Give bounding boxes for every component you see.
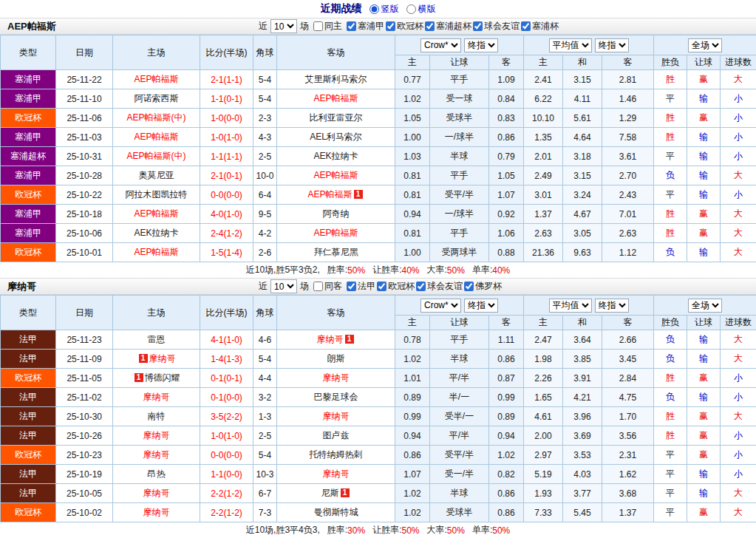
team-name: 图卢兹: [323, 430, 350, 440]
league-filter-法甲[interactable]: 法甲: [347, 280, 375, 293]
col-corner: 角球: [253, 35, 277, 70]
league-filter-group: 法甲欧冠杯球会友谊佛罗杯: [345, 280, 502, 293]
league-checkbox-input[interactable]: [347, 282, 356, 291]
result-outcome-cell: 平: [654, 484, 687, 503]
result-goals-cell: 大: [721, 350, 756, 369]
same-venue-checkbox[interactable]: 同客: [313, 280, 342, 293]
col-date: 日期: [56, 296, 113, 330]
odds2-draw-cell: 3.77: [563, 484, 602, 503]
vertical-radio-input[interactable]: [370, 4, 379, 14]
result-outcome-cell: 胜: [654, 407, 687, 426]
team-name: 摩纳哥: [143, 488, 170, 498]
away-team-cell: AEL利马索尔: [277, 128, 395, 147]
record-summary: 近10场,胜3平4负3,胜率:30%让胜率:50%大率:50%单率:50%: [0, 522, 756, 535]
league-checkbox-input[interactable]: [347, 21, 356, 31]
score-cell: 1-1(0-0): [200, 465, 253, 484]
league-filter-球会友谊[interactable]: 球会友谊: [416, 280, 463, 293]
team-name: AEP帕福斯: [307, 189, 352, 200]
col-odds2-home: 主: [524, 316, 563, 330]
odds1-handicap-cell: 半/一: [430, 388, 489, 407]
team-name: 奥莫尼亚: [139, 170, 174, 180]
col-date: 日期: [56, 35, 113, 70]
col-type: 类型: [1, 296, 56, 330]
match-row: 欧冠杯25-11-051博德闪耀0-1(0-1)4-4摩纳哥1.01平/半0.8…: [1, 369, 756, 388]
summary-part: 近10场,胜5平3负2,: [246, 264, 320, 276]
same-venue-checkbox[interactable]: 同主: [313, 20, 342, 33]
result-scope-select[interactable]: 全场: [688, 38, 722, 52]
odds2-away-cell: 2.66: [602, 330, 654, 350]
league-type-cell: 欧冠杯: [1, 369, 56, 388]
match-date-cell: 25-11-02: [56, 388, 113, 407]
league-filter-欧冠杯[interactable]: 欧冠杯: [377, 280, 415, 293]
odds1-handicap-cell: 平手: [430, 330, 489, 350]
result-handicap-cell: 输: [687, 484, 721, 503]
odds1-home-cell: 1.00: [395, 243, 430, 262]
odds2-source-select[interactable]: 平均值: [549, 299, 592, 313]
odds1-source-select[interactable]: Crow*: [420, 38, 461, 52]
league-filter-欧冠杯[interactable]: 欧冠杯: [386, 20, 423, 33]
league-checkbox-input[interactable]: [464, 282, 474, 291]
league-filter-佛罗杯[interactable]: 佛罗杯: [464, 280, 502, 293]
odds2-home-cell: 21.36: [524, 243, 563, 262]
match-row: 法甲25-11-02摩纳哥0-1(0-0)3-2巴黎足球会0.89半/一0.99…: [1, 388, 756, 407]
odds1-home-cell: 0.81: [395, 224, 430, 243]
match-date-cell: 25-11-22: [56, 70, 113, 89]
odds2-home-cell: 2.49: [524, 166, 563, 185]
league-filter-球会友谊[interactable]: 球会友谊: [473, 20, 520, 33]
home-team-cell: AEP帕福斯(中): [113, 147, 200, 166]
odds1-handicap-cell: 平/半: [430, 369, 489, 388]
score-cell: 1-1(1-1): [200, 147, 253, 166]
result-handicap-cell: 赢: [687, 446, 721, 465]
odds1-source-select[interactable]: Crow*: [420, 299, 461, 313]
league-checkbox-input[interactable]: [416, 282, 426, 291]
odds1-kind-select[interactable]: 终指: [464, 38, 498, 52]
summary-part: 胜率:: [327, 264, 347, 276]
summary-part: 50%: [401, 525, 419, 535]
match-count-select[interactable]: 10: [270, 279, 297, 293]
league-checkbox-input[interactable]: [377, 282, 386, 291]
league-type-cell: 法甲: [1, 388, 56, 407]
corner-cell: 5-4: [253, 70, 277, 89]
match-row: 法甲25-10-19昂热1-1(0-0)10-3摩纳哥1.07受一/半0.825…: [1, 465, 756, 484]
league-checkbox-input[interactable]: [425, 21, 435, 31]
odds2-away-cell: 2.81: [602, 70, 654, 89]
league-checkbox-label: 球会友谊: [484, 20, 520, 33]
section-pafos: AEP帕福斯 近 10 场 同主 塞浦甲欧冠杯塞浦超杯球会友谊塞浦杯 类型 日期…: [0, 18, 756, 278]
odds1-away-cell: 1.09: [489, 70, 524, 89]
odds1-home-cell: 1.00: [395, 128, 430, 147]
match-row: 法甲25-11-23雷恩4-1(1-0)4-6摩纳哥10.78平手1.112.4…: [1, 330, 756, 350]
result-goals-cell: 大: [721, 205, 756, 224]
odds2-source-select[interactable]: 平均值: [549, 38, 592, 52]
team-name: AEK拉纳卡: [134, 228, 178, 238]
radio-vertical[interactable]: 竖版: [370, 3, 399, 16]
league-filter-塞浦超杯[interactable]: 塞浦超杯: [425, 20, 471, 33]
result-goals-cell: 小: [721, 147, 756, 166]
odds2-kind-select[interactable]: 终指: [595, 299, 629, 313]
odds1-home-cell: 1.02: [395, 503, 430, 522]
radio-horizontal[interactable]: 横版: [406, 3, 436, 16]
match-count-select[interactable]: 10: [270, 19, 297, 33]
league-checkbox-input[interactable]: [521, 21, 531, 31]
away-team-cell: AEP帕福斯1: [277, 185, 395, 205]
same-venue-input[interactable]: [313, 21, 323, 31]
games-label: 场: [300, 280, 309, 293]
col-odds2-home: 主: [524, 55, 563, 70]
result-goals-cell: 大: [721, 243, 756, 262]
league-checkbox-input[interactable]: [473, 21, 483, 31]
result-scope-select[interactable]: 全场: [688, 299, 722, 313]
match-date-cell: 25-10-06: [56, 224, 113, 243]
match-row: 塞浦甲25-11-22AEP帕福斯2-1(1-1)5-4艾里斯利马索尔0.77平…: [1, 70, 756, 89]
horizontal-radio-input[interactable]: [406, 4, 416, 14]
league-filter-塞浦杯[interactable]: 塞浦杯: [521, 20, 559, 33]
same-venue-input[interactable]: [313, 282, 323, 291]
odds2-kind-select[interactable]: 终指: [595, 38, 629, 52]
league-checkbox-input[interactable]: [386, 21, 395, 31]
result-handicap-cell: 赢: [687, 369, 721, 388]
odds2-home-cell: 2.41: [524, 70, 563, 89]
result-goals-cell: 小: [721, 388, 756, 407]
odds1-kind-select[interactable]: 终指: [464, 299, 498, 313]
odds1-away-cell: 0.84: [489, 89, 524, 109]
section-monaco: 摩纳哥 近 10 场 同客 法甲欧冠杯球会友谊佛罗杯 类型 日期 主场 比分(半…: [0, 278, 756, 535]
league-filter-塞浦甲[interactable]: 塞浦甲: [347, 20, 384, 33]
result-outcome-cell: 负: [654, 388, 687, 407]
